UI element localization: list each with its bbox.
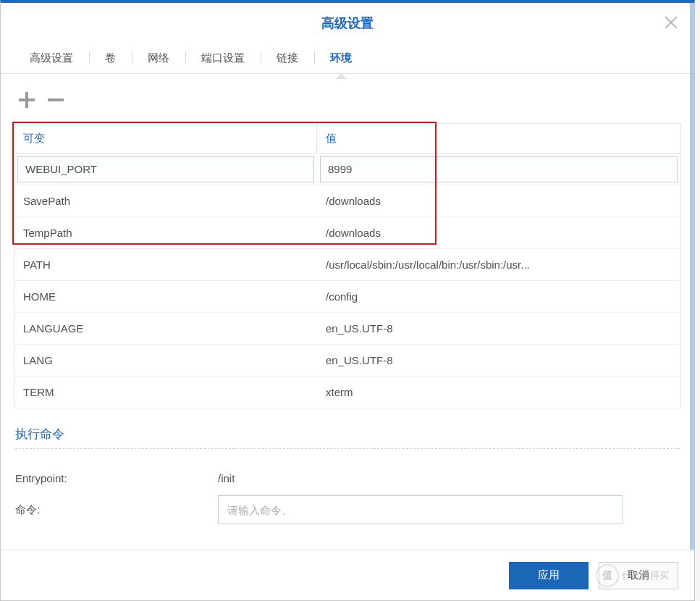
tab-4[interactable]: 链接: [261, 43, 314, 73]
env-table: 可变 值 SavePath/downloadsTempPath/download…: [14, 123, 681, 408]
env-var-cell[interactable]: TempPath: [14, 217, 317, 248]
exec-command-title: 执行命令: [15, 426, 680, 448]
env-var-cell[interactable]: TERM: [14, 377, 317, 408]
env-var-cell[interactable]: LANGUAGE: [14, 313, 317, 344]
right-accent-edge: [690, 3, 694, 600]
entrypoint-row: Entrypoint: /init: [15, 462, 680, 494]
add-icon[interactable]: [17, 90, 37, 110]
cancel-button[interactable]: 取消: [599, 562, 678, 589]
dialog-footer: 应用 取消: [1, 550, 694, 600]
env-row[interactable]: TERMxterm: [14, 377, 680, 408]
tab-0[interactable]: 高级设置: [14, 43, 89, 73]
dialog-content: 可变 值 SavePath/downloadsTempPath/download…: [1, 74, 694, 526]
env-var-cell[interactable]: [14, 154, 317, 185]
env-val-cell[interactable]: /usr/local/sbin:/usr/local/bin:/usr/sbin…: [317, 249, 680, 280]
tab-3[interactable]: 端口设置: [185, 43, 261, 73]
env-var-cell[interactable]: LANG: [14, 345, 317, 376]
env-var-input[interactable]: [17, 156, 314, 182]
dialog-titlebar: 高级设置: [1, 3, 694, 43]
env-val-cell[interactable]: /downloads: [317, 217, 680, 248]
command-row: 命令:: [15, 494, 680, 526]
env-row[interactable]: HOME/config: [14, 281, 680, 313]
command-label: 命令:: [15, 503, 218, 517]
entrypoint-value: /init: [218, 472, 235, 484]
col-header-variable[interactable]: 可变: [14, 124, 317, 153]
remove-icon[interactable]: [46, 90, 66, 110]
tab-1[interactable]: 卷: [89, 43, 132, 73]
env-table-head: 可变 值: [14, 123, 681, 154]
env-val-cell[interactable]: /config: [317, 281, 680, 312]
env-row[interactable]: PATH/usr/local/sbin:/usr/local/bin:/usr/…: [14, 249, 680, 281]
tab-2[interactable]: 网络: [132, 43, 185, 73]
advanced-settings-dialog: 高级设置 高级设置卷网络端口设置链接环境 可变 值 SavePath/downl…: [0, 0, 695, 601]
env-row[interactable]: [14, 154, 680, 185]
exec-command-section: 执行命令 Entrypoint: /init 命令:: [14, 426, 681, 526]
env-val-cell[interactable]: en_US.UTF-8: [317, 313, 680, 344]
col-header-value[interactable]: 值: [317, 124, 680, 153]
apply-button[interactable]: 应用: [509, 562, 589, 589]
env-val-input[interactable]: [320, 156, 678, 182]
entrypoint-label: Entrypoint:: [15, 472, 218, 484]
env-var-cell[interactable]: SavePath: [14, 185, 317, 217]
env-val-cell[interactable]: en_US.UTF-8: [317, 345, 680, 376]
tab-5[interactable]: 环境: [314, 43, 368, 73]
env-row[interactable]: TempPath/downloads: [14, 217, 680, 249]
env-row[interactable]: SavePath/downloads: [14, 185, 680, 217]
env-val-cell[interactable]: [317, 154, 680, 185]
env-toolbar: [14, 88, 681, 123]
env-val-cell[interactable]: xterm: [317, 377, 680, 408]
env-row[interactable]: LANGen_US.UTF-8: [14, 345, 680, 377]
close-icon[interactable]: [661, 13, 681, 33]
env-val-cell[interactable]: /downloads: [317, 185, 680, 217]
env-var-cell[interactable]: PATH: [14, 249, 317, 280]
env-row[interactable]: LANGUAGEen_US.UTF-8: [14, 313, 680, 345]
dialog-title: 高级设置: [321, 14, 374, 32]
env-var-cell[interactable]: HOME: [14, 281, 317, 312]
env-table-body[interactable]: SavePath/downloadsTempPath/downloadsPATH…: [14, 154, 681, 408]
tab-bar: 高级设置卷网络端口设置链接环境: [1, 43, 694, 74]
command-input[interactable]: [218, 495, 623, 524]
section-divider: [15, 448, 680, 449]
